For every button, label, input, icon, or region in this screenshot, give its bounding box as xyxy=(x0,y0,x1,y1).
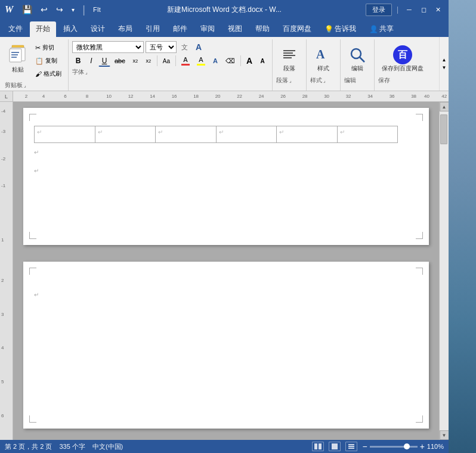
corner-mark-tl-p2 xyxy=(29,268,36,275)
wen-icon-btn[interactable]: 文 xyxy=(178,41,191,53)
styles-expand-icon[interactable]: ⌟ xyxy=(323,78,326,83)
ruler-4: 4 xyxy=(42,94,45,99)
title-bar-left: W 💾 ↩ ↪ ▾ | FIt xyxy=(5,4,104,16)
highlight-btn[interactable]: A xyxy=(194,55,208,67)
eraser-icon: ⌫ xyxy=(225,57,235,65)
superscript-button[interactable]: x2 xyxy=(143,55,154,67)
login-button[interactable]: 登录 xyxy=(366,4,392,16)
text-effect-btn[interactable]: A xyxy=(209,55,221,67)
tab-insert[interactable]: 插入 xyxy=(57,21,84,37)
tab-file[interactable]: 文件 xyxy=(2,21,29,37)
ruler-corner[interactable]: L xyxy=(0,91,13,102)
styles-group-label[interactable]: 样式 ⌟ xyxy=(310,75,326,85)
tab-share[interactable]: 👤 共享 xyxy=(363,21,400,37)
bold-button[interactable]: B xyxy=(72,55,84,67)
title-bar-title: 新建Microsoft Word 文档.docx - W... xyxy=(167,5,282,15)
italic-button[interactable]: I xyxy=(85,55,97,67)
close-button[interactable]: ✕ xyxy=(432,4,444,15)
undo-btn[interactable]: ↩ xyxy=(38,4,51,15)
paste-button[interactable]: 粘贴 xyxy=(5,41,31,76)
strikethrough-button[interactable]: abc xyxy=(112,55,128,67)
vertical-scrollbar[interactable]: ▲ ▼ xyxy=(439,102,449,440)
tab-home[interactable]: 开始 xyxy=(30,21,56,37)
page-separator xyxy=(13,251,439,256)
corner-mark-tl-p1 xyxy=(29,114,36,121)
clipboard-group-label[interactable]: 剪贴板 ⌟ xyxy=(5,80,26,89)
scroll-track[interactable] xyxy=(440,111,449,430)
tab-tell-me[interactable]: 💡 告诉我 xyxy=(319,21,362,37)
tab-baidu[interactable]: 百度网盘 xyxy=(277,21,317,37)
language: 中文(中国) xyxy=(92,442,123,451)
baidu-save-btn[interactable]: 百 保存到百度网盘 xyxy=(378,43,427,75)
font-style-btn[interactable]: FIt xyxy=(90,5,104,14)
para-mark-p1: ↵ xyxy=(34,149,429,156)
ruler-30: 30 xyxy=(324,94,329,99)
cut-button[interactable]: ✂ 剪切 xyxy=(32,42,64,54)
clear-format-btn[interactable]: A xyxy=(193,41,205,53)
copy-button[interactable]: 📋 复制 xyxy=(32,55,64,67)
subscript-button[interactable]: x2 xyxy=(129,55,141,67)
title-bar: W 💾 ↩ ↪ ▾ | FIt 新建Microsoft Word 文档.docx… xyxy=(0,0,449,19)
font-expand-icon[interactable]: ⌟ xyxy=(85,70,88,75)
zoom-out-btn[interactable]: − xyxy=(362,442,367,451)
print-layout-btn[interactable] xyxy=(312,442,324,451)
underline-button[interactable]: U xyxy=(98,55,110,67)
format-painter-icon: 🖌 xyxy=(35,70,42,77)
eraser-btn[interactable]: ⌫ xyxy=(222,55,238,67)
paragraph-group-label[interactable]: 段落 ⌟ xyxy=(276,75,292,85)
status-left: 第 2 页，共 2 页 335 个字 中文(中国) xyxy=(5,442,123,451)
shrink-font-btn[interactable]: A xyxy=(256,55,268,67)
tab-design[interactable]: 设计 xyxy=(85,21,111,37)
scroll-thumb[interactable] xyxy=(440,114,447,144)
page-1[interactable]: ↵ ↵ ↵ ↵ ↵ ↵ ↵ ↵ xyxy=(23,108,429,245)
clipboard-expand-icon[interactable]: ⌟ xyxy=(24,83,26,88)
ruler-8: 8 xyxy=(86,94,88,99)
corner-mark-br-p2 xyxy=(416,415,423,423)
font-size-select[interactable]: 五号 xyxy=(146,41,177,53)
tab-review[interactable]: 审阅 xyxy=(194,21,221,37)
ribbon-scroll-down[interactable]: ▼ xyxy=(440,64,449,72)
ruler-numbers: 2 4 6 8 10 12 14 16 18 20 22 24 26 28 30… xyxy=(13,91,449,101)
font-color-btn[interactable]: A xyxy=(178,55,193,67)
tab-help[interactable]: 帮助 xyxy=(249,21,276,37)
restore-button[interactable]: ◻ xyxy=(418,4,429,15)
ribbon-scroll-up[interactable]: ▲ xyxy=(440,56,449,64)
grow-font-btn[interactable]: A xyxy=(243,55,255,67)
ruler-40: 40 xyxy=(424,94,429,99)
scroll-up-btn[interactable]: ▲ xyxy=(440,102,449,111)
doc-table[interactable]: ↵ ↵ ↵ ↵ ↵ ↵ xyxy=(34,126,398,143)
svg-rect-13 xyxy=(314,443,317,449)
editing-btn[interactable]: 编辑 xyxy=(344,43,370,75)
cell-return-6: ↵ xyxy=(340,129,345,135)
font-name-select[interactable]: 微软雅黑 xyxy=(72,41,144,53)
zoom-thumb[interactable] xyxy=(404,443,410,449)
save-quick-btn[interactable]: 💾 xyxy=(19,4,35,15)
cell-return-5: ↵ xyxy=(279,129,284,135)
web-layout-btn[interactable] xyxy=(329,442,341,451)
redo-btn[interactable]: ↪ xyxy=(53,4,66,15)
page-2[interactable]: ↵ xyxy=(23,262,429,429)
font-group-label[interactable]: 字体 ⌟ xyxy=(72,67,88,76)
tab-view[interactable]: 视图 xyxy=(222,21,248,37)
minimize-button[interactable]: ─ xyxy=(403,4,415,15)
tab-mailings[interactable]: 邮件 xyxy=(167,21,193,37)
svg-rect-2 xyxy=(10,49,21,62)
change-case-btn[interactable]: Aa xyxy=(160,55,173,67)
editing-group-label: 编辑 xyxy=(344,75,356,85)
zoom-track[interactable] xyxy=(370,446,418,448)
paragraph-btn[interactable]: 段落 xyxy=(276,43,302,75)
zoom-in-btn[interactable]: + xyxy=(420,442,425,451)
document-scroll-area[interactable]: ↵ ↵ ↵ ↵ ↵ ↵ ↵ ↵ xyxy=(13,102,439,440)
para-expand-icon[interactable]: ⌟ xyxy=(289,78,292,83)
outline-view-btn[interactable] xyxy=(345,442,357,451)
styles-btn[interactable]: A 样式 xyxy=(310,43,336,75)
editing-label: 编辑 xyxy=(351,64,363,73)
customize-btn[interactable]: ▾ xyxy=(69,5,78,14)
format-painter-button[interactable]: 🖌 格式刷 xyxy=(32,68,64,80)
ruler-10: 10 xyxy=(106,94,112,99)
word-count: 335 个字 xyxy=(59,442,85,451)
cell-return-4: ↵ xyxy=(219,129,224,135)
tab-layout[interactable]: 布局 xyxy=(112,21,138,37)
scroll-down-btn[interactable]: ▼ xyxy=(440,430,449,440)
tab-references[interactable]: 引用 xyxy=(140,21,166,37)
